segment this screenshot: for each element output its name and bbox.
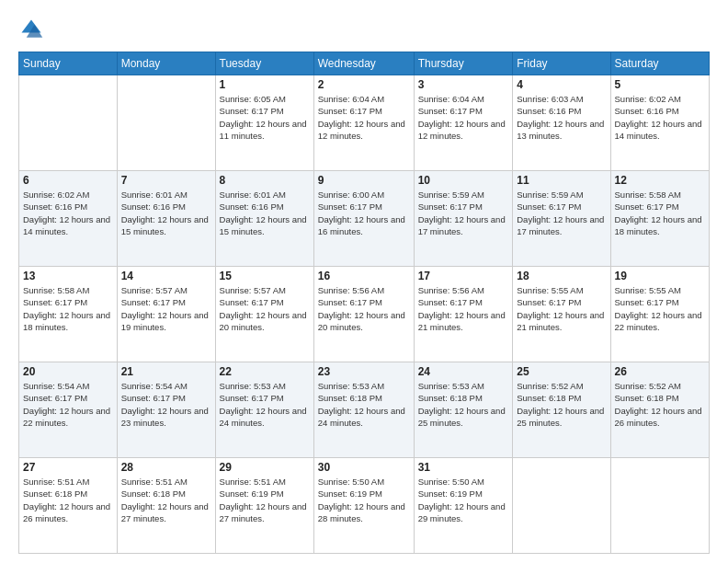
- calendar-cell: 12Sunrise: 5:58 AM Sunset: 6:17 PM Dayli…: [610, 171, 709, 267]
- day-info: Sunrise: 6:02 AM Sunset: 6:16 PM Dayligh…: [23, 189, 113, 237]
- calendar-cell: 27Sunrise: 5:51 AM Sunset: 6:18 PM Dayli…: [19, 458, 118, 554]
- day-number: 3: [418, 78, 509, 91]
- day-info: Sunrise: 5:52 AM Sunset: 6:18 PM Dayligh…: [517, 380, 606, 429]
- calendar-table: SundayMondayTuesdayWednesdayThursdayFrid…: [18, 52, 710, 554]
- calendar-cell: 19Sunrise: 5:55 AM Sunset: 6:17 PM Dayli…: [610, 267, 709, 362]
- day-info: Sunrise: 6:00 AM Sunset: 6:17 PM Dayligh…: [318, 189, 410, 237]
- day-info: Sunrise: 6:01 AM Sunset: 6:16 PM Dayligh…: [121, 189, 211, 237]
- day-number: 5: [615, 78, 705, 91]
- day-info: Sunrise: 6:05 AM Sunset: 6:17 PM Dayligh…: [220, 93, 310, 142]
- calendar-cell: 26Sunrise: 5:52 AM Sunset: 6:18 PM Dayli…: [610, 362, 709, 458]
- weekday-header-sunday: Sunday: [19, 52, 118, 75]
- header: [18, 17, 710, 42]
- calendar-cell: 31Sunrise: 5:50 AM Sunset: 6:19 PM Dayli…: [414, 458, 513, 554]
- day-info: Sunrise: 5:59 AM Sunset: 6:17 PM Dayligh…: [517, 189, 606, 237]
- day-number: 2: [318, 78, 410, 91]
- calendar-cell: 7Sunrise: 6:01 AM Sunset: 6:16 PM Daylig…: [117, 171, 215, 267]
- day-number: 12: [615, 174, 705, 187]
- weekday-header-tuesday: Tuesday: [215, 52, 313, 75]
- calendar-cell: 2Sunrise: 6:04 AM Sunset: 6:17 PM Daylig…: [313, 75, 414, 171]
- day-info: Sunrise: 5:54 AM Sunset: 6:17 PM Dayligh…: [121, 380, 211, 429]
- day-number: 8: [220, 174, 310, 187]
- day-info: Sunrise: 5:52 AM Sunset: 6:18 PM Dayligh…: [615, 380, 705, 429]
- day-number: 19: [615, 270, 705, 282]
- day-info: Sunrise: 5:59 AM Sunset: 6:17 PM Dayligh…: [418, 189, 509, 237]
- calendar-cell: 20Sunrise: 5:54 AM Sunset: 6:17 PM Dayli…: [19, 362, 118, 458]
- day-number: 9: [318, 174, 410, 187]
- calendar-cell: [610, 458, 709, 554]
- week-row-3: 13Sunrise: 5:58 AM Sunset: 6:17 PM Dayli…: [19, 267, 710, 362]
- calendar-cell: 21Sunrise: 5:54 AM Sunset: 6:17 PM Dayli…: [117, 362, 215, 458]
- day-number: 23: [318, 365, 410, 378]
- day-number: 24: [418, 365, 509, 378]
- day-info: Sunrise: 5:53 AM Sunset: 6:18 PM Dayligh…: [418, 380, 509, 429]
- day-number: 21: [121, 365, 211, 378]
- day-number: 15: [220, 270, 310, 282]
- day-info: Sunrise: 5:50 AM Sunset: 6:19 PM Dayligh…: [418, 476, 509, 524]
- day-info: Sunrise: 6:03 AM Sunset: 6:16 PM Dayligh…: [517, 93, 606, 142]
- calendar-cell: 23Sunrise: 5:53 AM Sunset: 6:18 PM Dayli…: [313, 362, 414, 458]
- calendar-cell: 28Sunrise: 5:51 AM Sunset: 6:18 PM Dayli…: [117, 458, 215, 554]
- calendar-cell: 4Sunrise: 6:03 AM Sunset: 6:16 PM Daylig…: [513, 75, 610, 171]
- weekday-header-thursday: Thursday: [414, 52, 513, 75]
- day-info: Sunrise: 5:58 AM Sunset: 6:17 PM Dayligh…: [23, 284, 113, 333]
- calendar-cell: 11Sunrise: 5:59 AM Sunset: 6:17 PM Dayli…: [513, 171, 610, 267]
- day-number: 13: [23, 270, 113, 282]
- weekday-header-wednesday: Wednesday: [313, 52, 414, 75]
- day-info: Sunrise: 5:53 AM Sunset: 6:18 PM Dayligh…: [318, 380, 410, 429]
- day-number: 4: [517, 78, 606, 91]
- calendar-cell: 14Sunrise: 5:57 AM Sunset: 6:17 PM Dayli…: [117, 267, 215, 362]
- day-number: 16: [318, 270, 410, 282]
- calendar-cell: 8Sunrise: 6:01 AM Sunset: 6:16 PM Daylig…: [215, 171, 313, 267]
- day-number: 20: [23, 365, 113, 378]
- day-number: 26: [615, 365, 705, 378]
- calendar-cell: 16Sunrise: 5:56 AM Sunset: 6:17 PM Dayli…: [313, 267, 414, 362]
- day-info: Sunrise: 5:50 AM Sunset: 6:19 PM Dayligh…: [318, 476, 410, 524]
- calendar-cell: 6Sunrise: 6:02 AM Sunset: 6:16 PM Daylig…: [19, 171, 118, 267]
- calendar-cell: 13Sunrise: 5:58 AM Sunset: 6:17 PM Dayli…: [19, 267, 118, 362]
- calendar-cell: 1Sunrise: 6:05 AM Sunset: 6:17 PM Daylig…: [215, 75, 313, 171]
- calendar-cell: 15Sunrise: 5:57 AM Sunset: 6:17 PM Dayli…: [215, 267, 313, 362]
- day-info: Sunrise: 6:04 AM Sunset: 6:17 PM Dayligh…: [418, 93, 509, 142]
- week-row-5: 27Sunrise: 5:51 AM Sunset: 6:18 PM Dayli…: [19, 458, 710, 554]
- day-info: Sunrise: 5:51 AM Sunset: 6:18 PM Dayligh…: [121, 476, 211, 524]
- page: SundayMondayTuesdayWednesdayThursdayFrid…: [0, 0, 728, 563]
- weekday-header-friday: Friday: [513, 52, 610, 75]
- calendar-cell: 9Sunrise: 6:00 AM Sunset: 6:17 PM Daylig…: [313, 171, 414, 267]
- calendar-cell: 22Sunrise: 5:53 AM Sunset: 6:17 PM Dayli…: [215, 362, 313, 458]
- day-info: Sunrise: 5:56 AM Sunset: 6:17 PM Dayligh…: [418, 284, 509, 333]
- logo: [18, 17, 48, 42]
- day-number: 28: [121, 461, 211, 474]
- day-info: Sunrise: 5:57 AM Sunset: 6:17 PM Dayligh…: [220, 284, 310, 333]
- calendar-cell: [19, 75, 118, 171]
- week-row-4: 20Sunrise: 5:54 AM Sunset: 6:17 PM Dayli…: [19, 362, 710, 458]
- day-number: 6: [23, 174, 113, 187]
- day-info: Sunrise: 6:01 AM Sunset: 6:16 PM Dayligh…: [220, 189, 310, 237]
- logo-icon: [18, 17, 44, 42]
- day-number: 27: [23, 461, 113, 474]
- day-number: 25: [517, 365, 606, 378]
- calendar-cell: 30Sunrise: 5:50 AM Sunset: 6:19 PM Dayli…: [313, 458, 414, 554]
- calendar-cell: 24Sunrise: 5:53 AM Sunset: 6:18 PM Dayli…: [414, 362, 513, 458]
- day-info: Sunrise: 5:54 AM Sunset: 6:17 PM Dayligh…: [23, 380, 113, 429]
- day-number: 14: [121, 270, 211, 282]
- day-info: Sunrise: 5:58 AM Sunset: 6:17 PM Dayligh…: [615, 189, 705, 237]
- day-info: Sunrise: 5:55 AM Sunset: 6:17 PM Dayligh…: [517, 284, 606, 333]
- week-row-2: 6Sunrise: 6:02 AM Sunset: 6:16 PM Daylig…: [19, 171, 710, 267]
- calendar-cell: 17Sunrise: 5:56 AM Sunset: 6:17 PM Dayli…: [414, 267, 513, 362]
- day-number: 10: [418, 174, 509, 187]
- day-info: Sunrise: 5:51 AM Sunset: 6:19 PM Dayligh…: [220, 476, 310, 524]
- day-info: Sunrise: 6:04 AM Sunset: 6:17 PM Dayligh…: [318, 93, 410, 142]
- weekday-header-saturday: Saturday: [610, 52, 709, 75]
- calendar-cell: 5Sunrise: 6:02 AM Sunset: 6:16 PM Daylig…: [610, 75, 709, 171]
- day-number: 22: [220, 365, 310, 378]
- calendar-cell: [117, 75, 215, 171]
- calendar-cell: 18Sunrise: 5:55 AM Sunset: 6:17 PM Dayli…: [513, 267, 610, 362]
- calendar-cell: [513, 458, 610, 554]
- day-info: Sunrise: 5:57 AM Sunset: 6:17 PM Dayligh…: [121, 284, 211, 333]
- day-number: 31: [418, 461, 509, 474]
- day-info: Sunrise: 5:51 AM Sunset: 6:18 PM Dayligh…: [23, 476, 113, 524]
- calendar-cell: 25Sunrise: 5:52 AM Sunset: 6:18 PM Dayli…: [513, 362, 610, 458]
- day-number: 1: [220, 78, 310, 91]
- day-info: Sunrise: 5:56 AM Sunset: 6:17 PM Dayligh…: [318, 284, 410, 333]
